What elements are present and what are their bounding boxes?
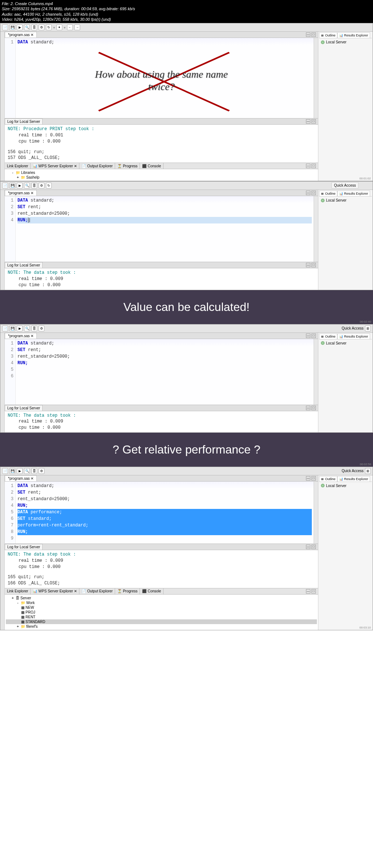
minimize-icon[interactable]: — — [306, 476, 310, 480]
local-server-node[interactable]: Local Server — [320, 198, 371, 203]
scrollbar[interactable] — [314, 339, 318, 405]
tree-item[interactable]: +📁 Sashelp — [6, 175, 317, 180]
search-icon[interactable]: 🔍 — [24, 326, 30, 331]
db-icon[interactable]: 🗄 — [31, 24, 37, 30]
minimize-icon[interactable]: — — [306, 334, 310, 338]
editor-tab[interactable]: *program.sas ✕ — [5, 475, 37, 481]
editor-tab[interactable]: *program.sas ✕ — [5, 32, 37, 38]
outline-tab[interactable]: 🗉 Outline — [319, 334, 337, 339]
code-editor[interactable]: 1 DATA standard; How about using the sam… — [5, 38, 318, 118]
bottom-tab-wps-server[interactable]: 📊 WPS Server Explorer ✕ — [31, 588, 79, 594]
code-editor[interactable]: 123456789 DATA standard; SET rent; rent_… — [5, 482, 318, 544]
new-icon[interactable]: 📄 — [2, 326, 8, 331]
scrollbar[interactable] — [314, 482, 318, 544]
search-icon[interactable]: 🔍 — [24, 183, 30, 188]
maximize-icon[interactable]: □ — [311, 191, 316, 195]
maximize-icon[interactable]: □ — [311, 32, 316, 37]
minimize-icon[interactable]: — — [306, 119, 310, 124]
minimize-icon[interactable]: — — [306, 32, 310, 37]
log-tab[interactable]: Log for Local Server — [5, 544, 43, 550]
tree-item[interactable]: ▦ RENT — [6, 615, 317, 619]
save-icon[interactable]: 💾 — [9, 183, 15, 188]
outline-tab[interactable]: 🗉 Outline — [319, 476, 337, 482]
tree-item-selected[interactable]: ▦ STANDARD — [6, 619, 317, 624]
persp-icon[interactable]: ⊞ — [365, 326, 371, 331]
refresh-icon[interactable]: ↻ — [46, 24, 52, 30]
library-tree[interactable]: +🗄 Server -📁 Work ▦ NEW ▦ PROJ ▦ RENT ▦ … — [5, 594, 318, 630]
db-icon[interactable]: 🗄 — [31, 326, 37, 331]
log-tab[interactable]: Log for Local Server — [5, 405, 43, 411]
db-icon[interactable]: 🗄 — [31, 468, 37, 474]
db-icon[interactable]: 🗄 — [31, 183, 37, 188]
code-editor[interactable]: 123456 DATA standard; SET rent; rent_sta… — [5, 339, 318, 405]
close-icon[interactable]: ✕ — [31, 334, 34, 338]
tree-item[interactable]: +🗄 Server — [6, 596, 317, 600]
log-tab[interactable]: Log for Local Server — [5, 118, 43, 124]
tree-item[interactable]: ▦ NEW — [6, 605, 317, 610]
bottom-tab-progress[interactable]: ⏳ Progress — [115, 588, 140, 594]
minimize-icon[interactable]: — — [306, 406, 310, 410]
quick-access[interactable]: Quick Access — [342, 326, 364, 330]
quick-access[interactable]: Quick Access — [331, 182, 358, 188]
maximize-icon[interactable]: □ — [311, 476, 316, 480]
maximize-icon[interactable]: □ — [311, 263, 316, 267]
maximize-icon[interactable]: □ — [311, 164, 316, 168]
new-icon[interactable]: 📄 — [2, 24, 8, 30]
maximize-icon[interactable]: □ — [311, 406, 316, 410]
editor-tab[interactable]: *program.sas ✕ — [5, 190, 37, 196]
bottom-tab-output[interactable]: 📄 Output Explorer — [79, 588, 115, 594]
log-tab[interactable]: Log for Local Server — [5, 262, 43, 268]
minimize-icon[interactable]: — — [306, 191, 310, 195]
refresh-icon[interactable]: ↻ — [46, 183, 52, 188]
minimize-icon[interactable]: — — [306, 589, 310, 593]
tree-item[interactable]: +📁 fileref's — [6, 624, 317, 629]
results-tab[interactable]: 📊 Results Explorer — [337, 32, 370, 38]
close-icon[interactable]: ✕ — [31, 476, 34, 480]
maximize-icon[interactable]: □ — [311, 545, 316, 549]
minimize-icon[interactable]: — — [306, 164, 310, 168]
results-tab[interactable]: 📊 Results Explorer — [337, 191, 370, 196]
local-server-node[interactable]: Local Server — [320, 483, 371, 489]
maximize-icon[interactable]: □ — [311, 589, 316, 593]
results-tab[interactable]: 📊 Results Explorer — [337, 476, 370, 482]
run-icon[interactable]: ▶ — [17, 326, 23, 331]
code-editor[interactable]: 1234 DATA standard; SET rent; rent_stand… — [5, 196, 318, 262]
outline-tab[interactable]: 🗉 Outline — [319, 32, 337, 38]
editor-tab[interactable]: *program.sas ✕ — [5, 333, 37, 339]
new-icon[interactable]: 📄 — [2, 183, 8, 188]
library-tree[interactable]: -📁 Libraries +📁 Sashelp — [5, 169, 318, 181]
run-icon[interactable]: ▶ — [17, 468, 23, 474]
tree-item[interactable]: -📁 Work — [6, 600, 317, 605]
gear-icon[interactable]: ⚙ — [39, 468, 44, 474]
gear-icon[interactable]: ⚙ — [39, 183, 44, 188]
bottom-tab-link-explorer[interactable]: Link Explorer — [5, 588, 31, 594]
log-output[interactable]: NOTE: Procedure PRINT step took : real t… — [5, 125, 318, 163]
log-output[interactable]: NOTE: The data step took : real time : 0… — [5, 411, 318, 432]
bottom-tab-link-explorer[interactable]: Link Explorer — [5, 163, 31, 169]
close-icon[interactable]: ✕ — [31, 191, 34, 195]
local-server-node[interactable]: Local Server — [320, 340, 371, 346]
minimize-icon[interactable]: — — [306, 545, 310, 549]
persp-icon[interactable]: ⊞ — [365, 468, 371, 474]
log-output[interactable]: NOTE: The data step took : real time : 0… — [5, 550, 318, 588]
run-icon[interactable]: ▶ — [17, 183, 23, 188]
nav-fwd-icon[interactable]: → — [74, 24, 80, 30]
quick-access[interactable]: Quick Access — [342, 469, 364, 473]
bottom-tab-progress[interactable]: ⏳ Progress — [115, 163, 140, 169]
search-icon[interactable]: 🔍 — [24, 468, 30, 474]
run-icon[interactable]: ▶ — [17, 24, 23, 30]
save-icon[interactable]: 💾 — [9, 468, 15, 474]
gear-icon[interactable]: ⚙ — [39, 24, 44, 30]
scrollbar[interactable] — [314, 38, 318, 118]
gear-icon[interactable]: ⚙ — [39, 326, 44, 331]
bottom-tab-console[interactable]: ⬛ Console — [140, 588, 164, 594]
close-icon[interactable]: ✕ — [31, 33, 34, 37]
local-server-node[interactable]: Local Server — [320, 39, 371, 45]
ext-icon[interactable]: ✦ — [56, 24, 62, 30]
new-icon[interactable]: 📄 — [2, 468, 8, 474]
nav-back-icon[interactable]: ← — [67, 24, 73, 30]
outline-tab[interactable]: 🗉 Outline — [319, 191, 337, 196]
maximize-icon[interactable]: □ — [311, 119, 316, 124]
search-icon[interactable]: 🔍 — [24, 24, 30, 30]
bottom-tab-wps-server[interactable]: 📊 WPS Server Explorer ✕ — [31, 163, 79, 169]
